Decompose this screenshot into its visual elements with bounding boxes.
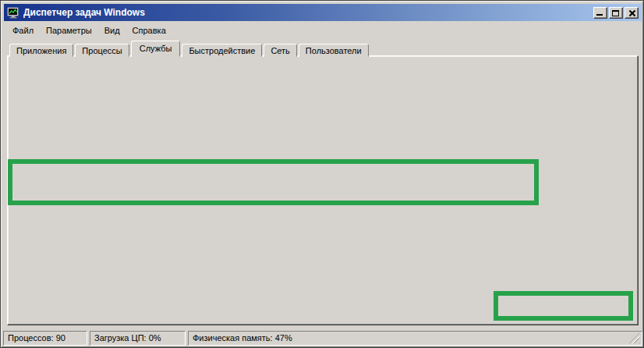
status-panel-2: Физическая память: 47% xyxy=(188,331,642,346)
tab-strip: ПриложенияПроцессыСлужбыБыстродействиеСе… xyxy=(9,41,370,57)
menu-bar: ФайлПараметрыВидСправка xyxy=(4,23,642,38)
task-manager-icon xyxy=(7,6,19,19)
task-manager-window: Диспетчер задач Windows ФайлПараметрыВид… xyxy=(0,0,644,348)
menu-item-0[interactable]: Файл xyxy=(6,24,40,37)
tab-3[interactable]: Быстродействие xyxy=(182,44,262,57)
maximize-button[interactable] xyxy=(609,7,623,19)
title-bar: Диспетчер задач Windows xyxy=(4,4,642,21)
maximize-icon xyxy=(612,10,619,16)
close-icon xyxy=(625,8,638,18)
menu-item-3[interactable]: Справка xyxy=(126,24,172,37)
tab-5[interactable]: Пользователи xyxy=(299,44,369,57)
services-tab-page xyxy=(7,55,639,325)
window-controls xyxy=(593,7,639,19)
minimize-button[interactable] xyxy=(593,7,607,19)
window-title: Диспетчер задач Windows xyxy=(23,7,593,18)
tab-0[interactable]: Приложения xyxy=(9,44,73,57)
close-button[interactable] xyxy=(625,7,639,19)
menu-item-2[interactable]: Вид xyxy=(98,24,126,37)
status-panel-0: Процессов: 90 xyxy=(3,331,87,346)
status-bar: Процессов: 90Загрузка ЦП: 0%Физическая п… xyxy=(3,328,642,346)
minimize-icon xyxy=(596,14,603,16)
tab-1[interactable]: Процессы xyxy=(75,44,129,57)
tab-4[interactable]: Сеть xyxy=(264,44,296,57)
menu-item-1[interactable]: Параметры xyxy=(40,24,98,37)
tab-2[interactable]: Службы xyxy=(131,41,181,57)
status-panel-1: Загрузка ЦП: 0% xyxy=(90,331,186,346)
